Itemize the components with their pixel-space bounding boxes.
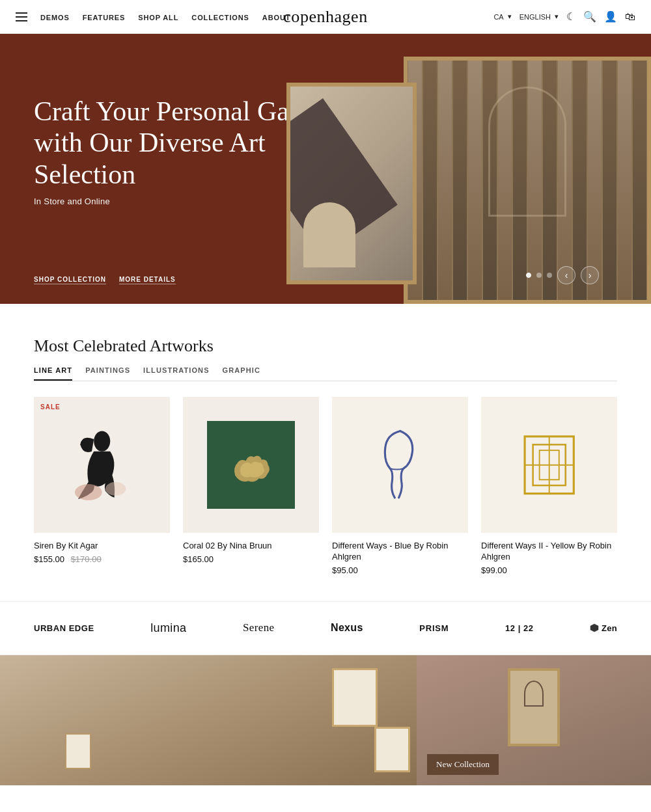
hamburger-icon[interactable] [16,12,27,21]
wall-artwork-2 [374,727,410,772]
hero-section: Craft Your Personal Gallery with Our Div… [0,34,651,304]
product-image-yellow [481,397,617,533]
svg-marker-8 [590,624,598,632]
site-logo[interactable]: copenhagen [283,7,367,27]
new-collection-artwork [508,668,560,746]
product-card-siren[interactable]: SALE Siren By Kit Agar $155.00 $170. [34,397,170,575]
dark-mode-toggle[interactable]: ☾ [566,10,575,23]
tab-graphic[interactable]: GRAPHIC [223,366,260,381]
bottom-left-image [0,655,417,785]
more-details-link[interactable]: MORE DETAILS [119,276,176,284]
wall-artwork-1 [332,668,378,727]
artwork-blue-svg [359,424,441,506]
hero-carousel-nav: ‹ › [526,266,599,284]
brand-prism[interactable]: PRISM [419,623,449,633]
price-current: $95.00 [332,565,358,575]
new-collection-badge[interactable]: New Collection [427,754,499,775]
carousel-dot-2[interactable] [536,273,542,278]
artwork-coral-svg [225,439,278,492]
chevron-down-icon: ▾ [508,12,512,21]
language-label: ENGLISH [519,13,551,21]
product-name-coral: Coral 02 By Nina Bruun [183,541,319,552]
brand-urban-edge[interactable]: URBAN EDGE [34,623,94,633]
price-current: $155.00 [34,554,64,564]
hex-icon [590,623,599,632]
language-selector[interactable]: ENGLISH ▾ [519,12,559,21]
product-name-blue: Different Ways - Blue By Robin Ahlgren [332,541,468,563]
product-price-yellow: $99.00 [481,565,617,575]
header-right: CA ▾ ENGLISH ▾ ☾ 🔍 👤 🛍 [493,10,635,23]
product-image-blue [332,397,468,533]
section-title: Most Celebrated Artworks [34,336,617,356]
header-icons: ☾ 🔍 👤 🛍 [566,10,635,23]
stripe [483,61,497,300]
stripe [528,61,542,300]
brand-1222[interactable]: 12 | 22 [505,623,533,633]
hero-artwork-2-inner [408,61,647,300]
artworks-section: Most Celebrated Artworks LINE ART PAINTI… [0,304,651,601]
product-grid: SALE Siren By Kit Agar $155.00 $170. [34,397,617,575]
product-card-yellow[interactable]: Different Ways II - Yellow By Robin Ahlg… [481,397,617,575]
stripe [423,61,437,300]
main-nav: DEMOS FEATURES SHOP ALL COLLECTIONS ABOU… [40,11,290,23]
sale-badge: SALE [40,403,61,411]
stripe [468,61,482,300]
bottom-right-background: New Collection [417,655,651,785]
product-card-coral[interactable]: Coral 02 By Nina Bruun $165.00 [183,397,319,575]
stripe [498,61,512,300]
artwork-siren-svg [61,424,143,506]
nav-collections[interactable]: COLLECTIONS [191,14,249,21]
region-label: CA [493,13,503,21]
cart-button[interactable]: 🛍 [625,11,635,23]
nav-links: DEMOS FEATURES SHOP ALL COLLECTIONS ABOU… [40,11,290,23]
hero-artwork-1-inner [290,87,413,280]
brand-lumina[interactable]: lumina [150,621,186,635]
carousel-prev-button[interactable]: ‹ [557,266,575,284]
svg-point-0 [94,431,110,451]
carousel-dot-3[interactable] [547,273,552,278]
svg-point-1 [75,484,102,500]
price-current: $99.00 [481,565,507,575]
price-current: $165.00 [183,554,214,564]
stripe [453,61,467,300]
tab-illustrations[interactable]: ILLUSTRATIONS [143,366,209,381]
header: DEMOS FEATURES SHOP ALL COLLECTIONS ABOU… [0,0,651,34]
header-left: DEMOS FEATURES SHOP ALL COLLECTIONS ABOU… [16,11,290,23]
product-card-blue[interactable]: Different Ways - Blue By Robin Ahlgren $… [332,397,468,575]
stripe [633,61,646,300]
brand-nexus[interactable]: Nexus [331,622,363,634]
carousel-next-button[interactable]: › [581,266,599,284]
nav-shop-all[interactable]: SHOP ALL [138,14,178,21]
stripe [603,61,616,300]
hero-images [286,34,651,304]
shop-collection-link[interactable]: SHOP COLLECTION [34,276,106,284]
category-tabs: LINE ART PAINTINGS ILLUSTRATIONS GRAPHIC [34,366,617,381]
bottom-section: New Collection [0,655,651,785]
product-price-coral: $165.00 [183,554,319,564]
brands-bar: URBAN EDGE lumina Serene Nexus PRISM 12 … [0,601,651,655]
product-name-siren: Siren By Kit Agar [34,541,170,552]
nav-features[interactable]: FEATURES [83,14,126,21]
price-original: $170.00 [71,554,102,564]
tab-paintings[interactable]: PAINTINGS [85,366,130,381]
region-selector[interactable]: CA ▾ [493,12,511,21]
carousel-dot-1[interactable] [526,273,531,278]
stripe [513,61,527,300]
product-price-siren: $155.00 $170.00 [34,554,170,564]
artwork-yellow-svg [508,424,590,506]
account-button[interactable]: 👤 [604,10,617,23]
product-name-yellow: Different Ways II - Yellow By Robin Ahlg… [481,541,617,563]
stripe [558,61,572,300]
product-image-coral [183,397,319,533]
brand-zen[interactable]: Zen [590,623,617,633]
brand-serene[interactable]: Serene [243,621,274,634]
wall-artwork-3 [65,733,91,769]
svg-point-2 [105,482,126,496]
nav-demos[interactable]: DEMOS [40,14,70,21]
tab-line-art[interactable]: LINE ART [34,366,72,381]
search-button[interactable]: 🔍 [583,10,596,23]
bottom-right-image: New Collection [417,655,651,785]
product-image-siren: SALE [34,397,170,533]
product-price-blue: $95.00 [332,565,468,575]
stripe [543,61,557,300]
